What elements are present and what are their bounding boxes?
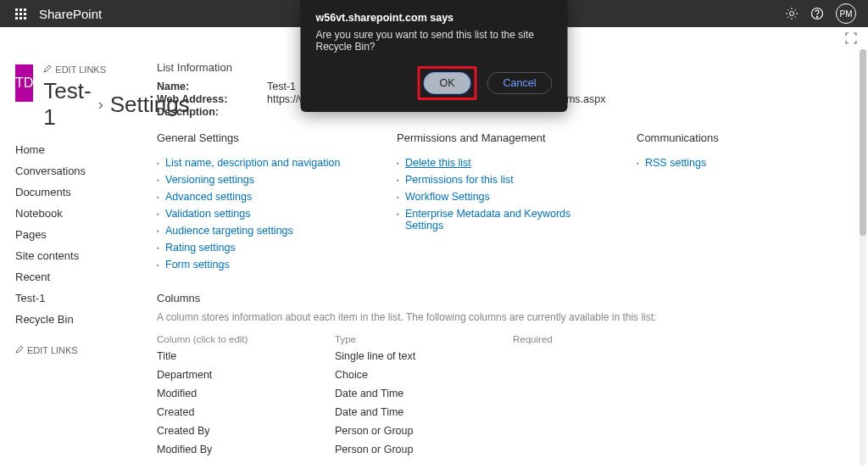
nav-item[interactable]: Recent — [15, 266, 148, 288]
column-row: Created By Person or Group — [157, 422, 632, 440]
column-name-link[interactable]: Modified — [157, 388, 335, 399]
column-type: Choice — [335, 369, 513, 381]
column-row: Department Choice — [157, 366, 632, 384]
edit-links-label: EDIT LINKS — [55, 64, 106, 75]
scrollbar-thumb[interactable] — [860, 49, 866, 236]
column-name-link[interactable]: Created — [157, 406, 335, 418]
general-link[interactable]: Rating settings — [157, 239, 371, 256]
column-name-link[interactable]: Modified By — [157, 444, 335, 455]
general-link[interactable]: List name, description and navigation — [157, 154, 371, 171]
listinfo-web-label: Web Address: — [157, 93, 267, 105]
ok-button-highlight: OK — [418, 66, 477, 100]
dialog-message: Are you sure you want to send this list … — [316, 29, 553, 53]
general-link[interactable]: Validation settings — [157, 205, 371, 222]
columns-description: A column stores information about each i… — [157, 311, 851, 323]
nav-item[interactable]: Recycle Bin — [15, 309, 148, 330]
dialog-ok-button[interactable]: OK — [424, 72, 471, 94]
communications-heading: Communications — [637, 131, 851, 144]
user-avatar[interactable]: PM — [836, 3, 856, 24]
pencil-icon — [43, 64, 52, 75]
column-req — [513, 350, 615, 362]
settings-three-columns: General Settings List name, description … — [157, 131, 851, 273]
general-link[interactable]: Audience targeting settings — [157, 222, 371, 239]
column-type: Single line of text — [335, 350, 513, 362]
columns-section: Columns A column stores information abou… — [157, 292, 851, 459]
listinfo-desc-label: Description: — [157, 106, 267, 118]
permissions-link[interactable]: Enterprise Metadata and Keywords Setting… — [397, 205, 611, 234]
column-name-link[interactable]: Created By — [157, 425, 335, 437]
column-req — [513, 406, 615, 418]
help-icon[interactable] — [810, 7, 824, 20]
col-header-type[interactable]: Type — [335, 334, 513, 344]
column-row: Modified Date and Time — [157, 384, 632, 403]
column-type: Date and Time — [335, 388, 513, 399]
nav-item[interactable]: Home — [15, 139, 148, 160]
edit-links-label: EDIT LINKS — [27, 345, 78, 355]
nav-item[interactable]: Pages — [15, 224, 148, 245]
site-logo[interactable]: TD — [15, 64, 33, 102]
nav-item[interactable]: Site contents — [15, 245, 148, 266]
settings-gear-icon[interactable] — [785, 7, 798, 20]
col-header-req[interactable]: Required — [513, 334, 615, 344]
general-settings-col: General Settings List name, description … — [157, 131, 371, 273]
col-header-name[interactable]: Column (click to edit) — [157, 334, 335, 344]
pencil-icon — [15, 345, 24, 355]
delete-list-link[interactable]: Delete this list — [397, 154, 611, 171]
communications-col: Communications RSS settings — [637, 131, 851, 273]
dialog-button-row: OK Cancel — [316, 66, 553, 100]
svg-point-0 — [790, 12, 794, 16]
svg-point-2 — [816, 16, 817, 17]
column-name-link[interactable]: Title — [157, 350, 335, 362]
column-row: Modified By Person or Group — [157, 440, 632, 459]
nav-item[interactable]: Notebook — [15, 203, 148, 224]
quick-launch-nav: Home Conversations Documents Notebook Pa… — [15, 139, 148, 330]
edit-links-bottom[interactable]: EDIT LINKS — [15, 345, 148, 355]
column-type: Date and Time — [335, 406, 513, 418]
column-type: Person or Group — [335, 444, 513, 455]
column-req — [513, 369, 615, 381]
comm-link[interactable]: RSS settings — [637, 154, 851, 171]
nav-item[interactable]: Test-1 — [15, 288, 148, 309]
content-region: List Information Name: Test-1 Web Addres… — [148, 49, 868, 469]
column-row: Created Date and Time — [157, 403, 632, 422]
permissions-heading: Permissions and Management — [397, 131, 611, 144]
focus-mode-icon[interactable] — [844, 31, 858, 45]
column-req — [513, 444, 615, 455]
general-link[interactable]: Form settings — [157, 256, 371, 273]
main-area: TD EDIT LINKS Test-1 › Settings Home Con… — [0, 49, 868, 469]
nav-item[interactable]: Documents — [15, 181, 148, 203]
column-row: Title Single line of text — [157, 347, 632, 366]
column-name-link[interactable]: Department — [157, 369, 335, 381]
listinfo-name-value: Test-1 — [267, 81, 296, 92]
nav-item[interactable]: Conversations — [15, 160, 148, 181]
suite-brand[interactable]: SharePoint — [39, 7, 102, 21]
columns-heading: Columns — [157, 292, 851, 304]
column-req — [513, 388, 615, 399]
breadcrumb-site-link[interactable]: Test-1 — [43, 78, 91, 131]
confirm-dialog: w56vt.sharepoint.com says Are you sure y… — [301, 0, 568, 112]
column-req — [513, 425, 615, 437]
waffle-icon — [15, 8, 26, 20]
dialog-cancel-button[interactable]: Cancel — [487, 72, 553, 94]
chevron-right-icon: › — [98, 96, 103, 114]
app-launcher-button[interactable] — [7, 0, 34, 27]
general-link[interactable]: Advanced settings — [157, 188, 371, 205]
general-link[interactable]: Versioning settings — [157, 171, 371, 188]
permissions-link[interactable]: Workflow Settings — [397, 188, 611, 205]
left-nav: TD EDIT LINKS Test-1 › Settings Home Con… — [0, 49, 148, 469]
columns-table: Column (click to edit) Type Required Tit… — [157, 332, 632, 459]
permissions-link[interactable]: Permissions for this list — [397, 171, 611, 188]
suite-right-cluster: PM — [785, 3, 861, 24]
permissions-col: Permissions and Management Delete this l… — [397, 131, 611, 273]
listinfo-name-label: Name: — [157, 81, 267, 92]
column-type: Person or Group — [335, 425, 513, 437]
general-settings-heading: General Settings — [157, 131, 371, 144]
columns-table-header: Column (click to edit) Type Required — [157, 332, 632, 347]
dialog-title: w56vt.sharepoint.com says — [316, 12, 553, 24]
